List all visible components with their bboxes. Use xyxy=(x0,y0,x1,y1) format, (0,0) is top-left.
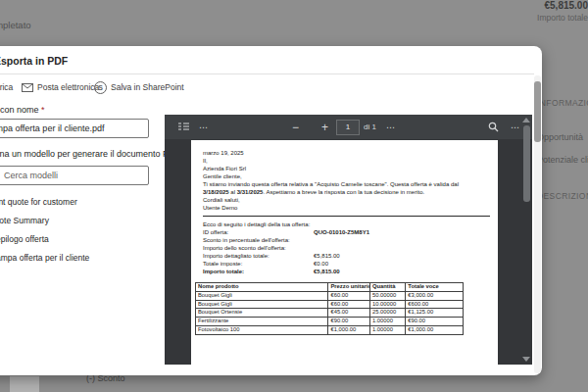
doc-divider xyxy=(203,216,490,217)
detail-row: Importo totale:€5,815.00 xyxy=(203,268,490,275)
sharepoint-icon: S xyxy=(94,81,107,94)
template-item[interactable]: Quote Summary xyxy=(0,212,174,230)
envelope-icon xyxy=(22,83,33,92)
title-divider xyxy=(0,74,534,74)
detail-row: Importo dettagliato totale:€5,815.00 xyxy=(203,252,490,260)
doc-sender: Utente Demo xyxy=(203,205,237,211)
minus-icon: − xyxy=(292,121,299,134)
plus-icon: + xyxy=(321,121,328,134)
download-label: Scarica xyxy=(0,82,13,92)
quote-line-items-table: Nome prodottoPrezzo unitarioQuantitàTota… xyxy=(195,282,464,335)
thumbnails-icon xyxy=(178,122,189,131)
template-list: Print quote for customer Quote Summary R… xyxy=(0,193,174,268)
doc-date: marzo 19, 2025 xyxy=(203,149,490,157)
template-item[interactable]: Riepilogo offerta xyxy=(0,230,174,249)
table-row: Bouquet Gigli€60.0050.00000€3,000.00 xyxy=(196,291,464,300)
pdf-sidebar-toggle-button[interactable] xyxy=(178,115,189,139)
doc-valid-from: 3/18/2025 xyxy=(203,189,229,195)
template-search-input[interactable] xyxy=(0,166,149,185)
background-grid-cell xyxy=(10,376,39,392)
doc-details: ID offerta:QUO-01010-Z5M8Y1 Sconto in pe… xyxy=(203,228,490,275)
pdf-zoom-in-button[interactable]: + xyxy=(321,115,328,139)
pdf-more-right-button[interactable]: ⋯ xyxy=(511,115,520,139)
doc-body: Ti stiamo inviando questa offerta relati… xyxy=(203,180,490,196)
doc-valid-to: 3/31/2025 xyxy=(237,189,264,195)
pdf-more-center-button[interactable]: ⋯ xyxy=(386,115,396,139)
doc-closing: Cordiali saluti, Utente Demo xyxy=(203,196,490,212)
header-total-block: €5,815.00 Importo totale xyxy=(0,0,588,23)
detail-row: Sconto in percentuale dell'offerta: xyxy=(203,236,490,244)
field-potenziale-cliente: Potenziale cliente xyxy=(537,155,588,165)
pdf-page: marzo 19, 2025 Il, Azienda Fiori Srl Gen… xyxy=(191,140,498,365)
template-item[interactable]: Print quote for customer xyxy=(0,193,174,212)
sharepoint-button[interactable]: S Salva in SharePoint xyxy=(94,78,184,96)
doc-recipient: Il, Azienda Fiori Srl xyxy=(203,157,490,172)
dialog-title: Esporta in PDF xyxy=(0,55,68,67)
detail-row: Totale imposte:€0.00 xyxy=(203,260,490,268)
pdf-scroll-up-arrow[interactable] xyxy=(522,118,530,122)
pdf-page-number-input[interactable]: 1 xyxy=(336,120,360,135)
table-row: Bouquet Gigli€60.0010.00000€600.00 xyxy=(196,300,464,309)
table-row: Bouquet Ortensie€45.0025.00000€1,125.00 xyxy=(196,309,464,318)
detail-row: ID offerta:QUO-01010-Z5M8Y1 xyxy=(203,228,490,236)
filename-label: Salva con nome * xyxy=(0,105,45,115)
filename-input[interactable] xyxy=(0,119,149,138)
doc-salutation: Gentile cliente, xyxy=(203,172,490,180)
template-item[interactable]: Stampa offerta per il cliente xyxy=(0,249,174,268)
pdf-more-left-button[interactable]: ⋯ xyxy=(199,115,209,139)
ellipsis-icon: ⋯ xyxy=(199,122,209,132)
email-label: Posta elettronica xyxy=(37,82,99,92)
email-button[interactable]: Posta elettronica xyxy=(22,78,99,96)
header-total-label: Importo totale xyxy=(0,13,588,23)
doc-company: Azienda Fiori Srl xyxy=(203,166,246,172)
section-informazioni: INFORMAZIONI xyxy=(537,98,588,108)
ellipsis-icon: ⋯ xyxy=(511,122,520,132)
doc-details-heading: Ecco di seguito i dettagli della tua off… xyxy=(203,220,490,228)
table-header-row: Nome prodottoPrezzo unitarioQuantitàTota… xyxy=(196,283,464,292)
table-row: Fotovoltaico 100€1,000.001.00000€1,000.0… xyxy=(196,325,464,334)
detail-row: Importo dello sconto dell'offerta: xyxy=(203,244,490,252)
pdf-zoom-out-button[interactable]: − xyxy=(292,115,299,139)
download-button[interactable]: Scarica xyxy=(0,78,13,96)
dialog-scrollbar-thumb[interactable] xyxy=(534,81,541,142)
ellipsis-icon: ⋯ xyxy=(386,122,396,132)
section-descrizione: DESCRIZIONE xyxy=(537,191,588,201)
dialog-scrollbar-track[interactable] xyxy=(534,75,541,373)
pdf-page-count-label: di 1 xyxy=(364,115,376,139)
pdf-scroll-down-arrow[interactable] xyxy=(522,357,530,362)
field-opportunita: Opportunità xyxy=(537,132,583,142)
pdf-toolbar: ⋯ − + 1 di 1 ⋯ ⋯ xyxy=(165,115,532,139)
screen: Completato €5,815.00 Importo totale INFO… xyxy=(0,0,588,392)
pdf-preview-pane: ⋯ − + 1 di 1 ⋯ ⋯ marzo 19, 2025 Il, Azie… xyxy=(165,115,532,365)
sharepoint-label: Salva in SharePoint xyxy=(111,82,184,92)
search-icon xyxy=(488,122,499,132)
pdf-scrollbar-thumb[interactable] xyxy=(523,125,530,202)
export-pdf-dialog: Esporta in PDF Scarica Posta elettronica… xyxy=(0,46,542,375)
quote-status-label: Completato xyxy=(0,20,31,30)
template-picker-label: Seleziona un modello per generare il doc… xyxy=(0,149,180,159)
pdf-search-button[interactable] xyxy=(488,115,499,139)
table-row: Fertilizzante€90.001.00000€90.00 xyxy=(196,318,464,326)
required-asterisk: * xyxy=(41,105,45,115)
header-total-amount: €5,815.00 xyxy=(0,0,588,11)
